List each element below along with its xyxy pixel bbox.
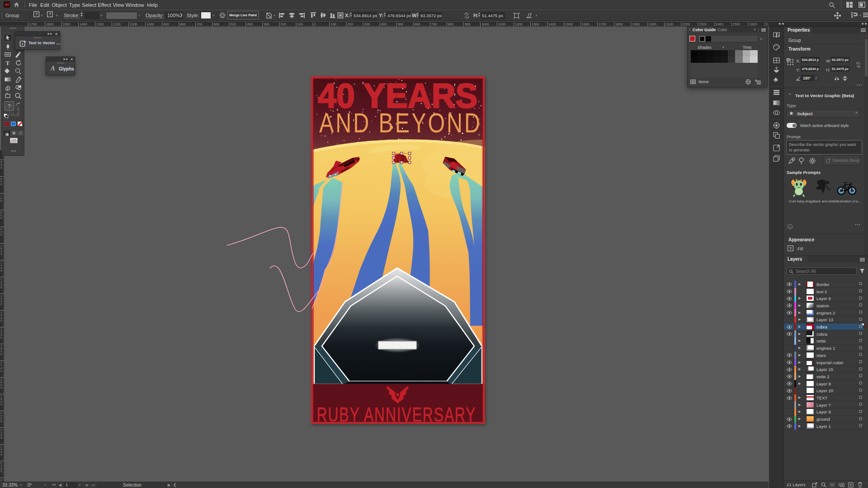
svg-text:1700: 1700 <box>29 22 37 26</box>
svg-text:0: 0 <box>0 183 2 186</box>
svg-text:1000: 1000 <box>481 22 489 26</box>
svg-text:2200: 2200 <box>682 22 690 26</box>
svg-text:RUBY ANNIVERSARY: RUBY ANNIVERSARY <box>317 403 476 424</box>
svg-text:1200: 1200 <box>113 22 121 26</box>
svg-text:0: 0 <box>0 403 2 406</box>
svg-text:1100: 1100 <box>130 22 137 26</box>
svg-text:1200: 1200 <box>515 22 523 26</box>
svg-text:2300: 2300 <box>699 22 707 26</box>
svg-text:900: 900 <box>163 22 169 26</box>
svg-text:300: 300 <box>364 22 370 26</box>
svg-text:0: 0 <box>0 370 2 372</box>
svg-text:400: 400 <box>381 22 387 26</box>
svg-text:2500: 2500 <box>733 22 741 26</box>
svg-text:200: 200 <box>280 22 286 26</box>
svg-text:1600: 1600 <box>46 22 54 26</box>
svg-text:0: 0 <box>0 420 2 422</box>
svg-text:1900: 1900 <box>632 22 640 26</box>
svg-text:1400: 1400 <box>548 22 556 26</box>
svg-text:1300: 1300 <box>532 22 539 26</box>
svg-text:AND BEYOND: AND BEYOND <box>319 107 482 138</box>
svg-text:100: 100 <box>331 22 337 26</box>
svg-text:1000: 1000 <box>146 22 154 26</box>
svg-text:1300: 1300 <box>96 22 104 26</box>
svg-text:0: 0 <box>0 319 2 322</box>
svg-text:500: 500 <box>398 22 404 26</box>
svg-text:700: 700 <box>431 22 437 26</box>
svg-text:0: 0 <box>0 436 2 439</box>
svg-text:700: 700 <box>197 22 203 26</box>
svg-text:400: 400 <box>247 22 253 26</box>
svg-text:♣: ♣ <box>774 75 778 83</box>
svg-text:1700: 1700 <box>599 22 606 26</box>
svg-text:800: 800 <box>180 22 186 26</box>
svg-text:1400: 1400 <box>80 22 87 26</box>
svg-text:0: 0 <box>0 200 2 202</box>
svg-text:1500: 1500 <box>565 22 573 26</box>
svg-text:0: 0 <box>0 286 2 289</box>
svg-text:500: 500 <box>230 22 236 26</box>
svg-text:T: T <box>6 60 10 66</box>
svg-text:2100: 2100 <box>665 22 673 26</box>
svg-text:0: 0 <box>0 269 2 272</box>
svg-text:1800: 1800 <box>615 22 623 26</box>
svg-text:0: 0 <box>314 22 316 26</box>
svg-text:600: 600 <box>213 22 219 26</box>
svg-text:2000: 2000 <box>649 22 656 26</box>
svg-text:2600: 2600 <box>750 22 757 26</box>
svg-text:200: 200 <box>348 22 354 26</box>
svg-text:2400: 2400 <box>716 22 724 26</box>
svg-text:0: 0 <box>0 353 2 356</box>
svg-text:1500: 1500 <box>63 22 71 26</box>
svg-text:600: 600 <box>415 22 420 26</box>
svg-text:0: 0 <box>0 216 2 219</box>
svg-text:0: 0 <box>0 470 2 473</box>
svg-text:0: 0 <box>0 386 2 389</box>
svg-text:1600: 1600 <box>582 22 590 26</box>
svg-text:0: 0 <box>0 303 2 305</box>
svg-text:1100: 1100 <box>498 22 505 26</box>
svg-text:800: 800 <box>448 22 454 26</box>
svg-text:0: 0 <box>0 336 2 339</box>
svg-text:0: 0 <box>0 166 2 169</box>
svg-text:0: 0 <box>0 233 2 236</box>
svg-text:0: 0 <box>0 453 2 456</box>
svg-text:900: 900 <box>465 22 471 26</box>
svg-text:100: 100 <box>297 22 303 26</box>
svg-text:300: 300 <box>264 22 269 26</box>
svg-text:0: 0 <box>0 253 2 255</box>
